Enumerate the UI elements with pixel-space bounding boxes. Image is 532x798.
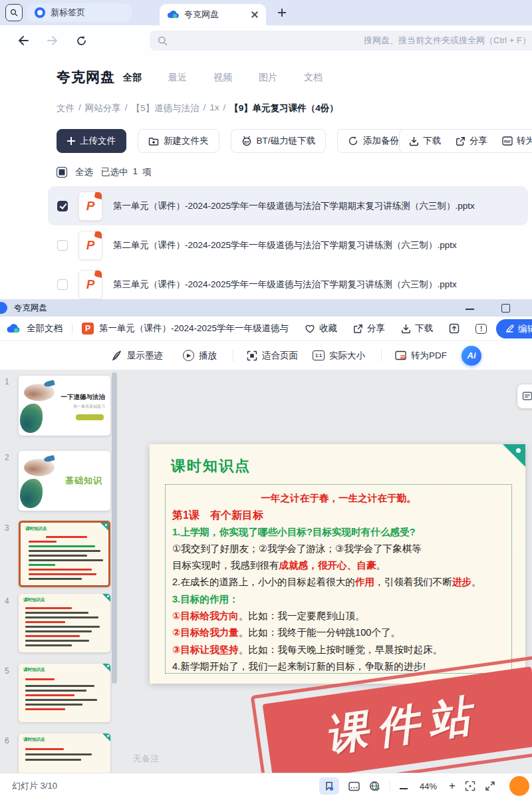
favorite-button[interactable]: 收藏 [305, 323, 337, 334]
select-all-checkbox[interactable] [57, 167, 67, 178]
file-row[interactable]: P 第一单元（课件）-2024-2025学年一年级道德与法治下学期期末复习讲练测… [48, 186, 528, 225]
notes-panel-button[interactable] [348, 781, 360, 791]
breadcrumb: 文件/ 网站分享/ 【5】道德与法治/ 1x/ 【9】单元复习课件（4份） [57, 102, 338, 114]
download-button[interactable]: 下载 [409, 135, 441, 147]
thumb1-title: 一下道德与法治 [61, 393, 106, 402]
slide-thumbnail-3-selected[interactable]: 课时知识点 [19, 521, 110, 587]
slide-thumbnail-2[interactable]: 基础知识 [19, 451, 110, 511]
tab-recent[interactable]: 最近 [168, 72, 187, 84]
bt-magnet-button[interactable]: BT BT/磁力链下载 [231, 129, 327, 153]
tab-quark-drive[interactable]: 夸克网盘 [160, 4, 266, 25]
row-checkbox[interactable] [57, 240, 68, 251]
feedback-button[interactable]: ! [475, 324, 487, 334]
breadcrumb-item[interactable]: 网站分享 [85, 102, 121, 114]
search-icon [158, 36, 168, 46]
magnet-icon: BT [241, 136, 252, 146]
download-icon [401, 324, 411, 334]
browser-navbar: 搜网盘、搜当前文件夹或搜全网（Ctrl + F） [0, 25, 532, 56]
slide-thumbnail-1[interactable]: 一下道德与法治 第一单元基础复习 [19, 376, 110, 436]
slide-content-box: 一年之计在于春，一生之计在于勤。 第1课 有个新目标 1.上学期，你实现了哪些小… [165, 484, 512, 674]
tab-videos[interactable]: 视频 [213, 72, 232, 84]
divider [233, 350, 233, 362]
upload-button[interactable]: 上传文件 [57, 129, 126, 153]
edit-button[interactable]: 编辑 [496, 319, 532, 338]
fit-screen-button[interactable] [465, 781, 475, 791]
thumb-header: 课时知识点 [25, 526, 47, 532]
new-tab-icon[interactable] [278, 9, 286, 17]
divider [381, 350, 382, 362]
slide-bullet-1: ①目标给我方向。比如：我一定要爬到山顶。 [172, 608, 505, 624]
row-checkbox[interactable] [57, 279, 68, 290]
file-row[interactable]: P 第三单元（课件）-2024-2025学年一年级道德与法治下学期复习讲练测（六… [48, 265, 528, 304]
breadcrumb-item[interactable]: 【5】道德与法治 [132, 102, 200, 114]
tab-label: 新标签页 [51, 7, 124, 19]
select-all-label[interactable]: 全选 [75, 166, 93, 178]
search-input[interactable]: 搜网盘、搜当前文件夹或搜全网（Ctrl + F） [150, 31, 532, 51]
download-button-viewer[interactable]: 下载 [401, 323, 433, 334]
row-checkbox-checked[interactable] [57, 201, 68, 211]
bookmark-button-active[interactable] [319, 777, 339, 795]
file-name[interactable]: 第二单元（课件）-2024-2025学年一年级道德与法治下学期复习讲练测（六三制… [113, 239, 457, 251]
pdf-convert-icon: PDF [395, 350, 406, 360]
new-folder-button[interactable]: 新建文件夹 [138, 129, 219, 153]
ppt-mini-icon: P [82, 323, 94, 334]
show-ink-button[interactable]: 显示墨迹 [112, 350, 163, 362]
fit-page-button[interactable]: 适合页面 [247, 350, 298, 362]
tab-new-page[interactable]: 新标签页 [27, 3, 132, 22]
breadcrumb-sep: / [203, 102, 206, 114]
ppt-file-icon: P [78, 270, 102, 299]
window-title: 夸克网盘 [14, 303, 47, 314]
maximize-icon[interactable] [501, 304, 510, 313]
screen: 新标签页 夸克网盘 搜网盘、搜当前文件夹或搜全网（Ctrl + F） 夸克网盘 … [0, 0, 532, 798]
tab-all[interactable]: 全部 [123, 72, 142, 84]
minimize-icon[interactable] [466, 304, 474, 310]
actual-size-button[interactable]: 1:1 实际大小 [313, 350, 365, 362]
zoom-out-button[interactable] [400, 781, 408, 791]
folder-plus-icon [148, 137, 159, 146]
slide-thumbnail-6[interactable]: 课时知识点 [19, 733, 110, 773]
viewer-window: 夸克网盘 全部文档 P 第一单元（课件）-2024-2025学年一年级道德与 收… [0, 299, 532, 798]
slide-thumbnail-5[interactable]: 课时知识点 [19, 664, 110, 722]
translate-button[interactable] [369, 781, 380, 792]
share-button-viewer[interactable]: 分享 [353, 323, 385, 334]
file-name[interactable]: 第一单元（课件）-2024-2025学年一年级道德与法治下学期期末复习讲练测（六… [113, 200, 475, 212]
edit-label: 编辑 [518, 323, 532, 335]
convert-pdf-button[interactable]: PDF 转为PDF [395, 350, 447, 362]
help-fab[interactable] [509, 776, 529, 796]
ppt-file-icon: P [78, 231, 102, 260]
to-pdf-button[interactable]: PDF 转为PDF [502, 135, 532, 147]
all-docs-link[interactable]: 全部文档 [27, 323, 63, 334]
slide-motto: 一年之计在于春，一生之计在于勤。 [172, 490, 505, 507]
fullscreen-button[interactable] [485, 781, 495, 791]
ai-assistant-button[interactable]: Ai [462, 346, 481, 366]
zoom-in-button[interactable]: + [449, 779, 456, 793]
share-button[interactable]: 分享 [456, 135, 487, 147]
play-button[interactable]: ▶ 播放 [183, 350, 217, 362]
breadcrumb-item[interactable]: 文件 [57, 102, 74, 114]
file-row[interactable]: P 第二单元（课件）-2024-2025学年一年级道德与法治下学期复习讲练测（六… [48, 225, 528, 265]
back-icon[interactable] [17, 35, 29, 46]
tab-search-icon[interactable] [5, 4, 23, 21]
reload-icon[interactable] [76, 35, 87, 47]
thumbnail-scrollbar[interactable] [112, 372, 117, 684]
tab-docs[interactable]: 文档 [304, 72, 323, 84]
save-to-drive-button[interactable] [449, 323, 460, 334]
forward-icon[interactable] [47, 35, 59, 46]
slide-thumbnail-4[interactable]: 课时知识点 [19, 594, 110, 652]
breadcrumb-current: 【9】单元复习课件（4份） [229, 102, 338, 114]
thumb1-subtitle: 第一单元基础复习 [73, 404, 105, 410]
breadcrumb-item[interactable]: 1x [209, 102, 219, 114]
tab-images[interactable]: 图片 [259, 72, 277, 84]
close-tab-icon[interactable] [251, 11, 258, 18]
window-titlebar[interactable]: 夸克网盘 [0, 299, 532, 317]
pencil-icon [505, 325, 514, 333]
share-icon [353, 324, 363, 334]
thumb-number: 3 [5, 523, 9, 533]
floating-tools-button[interactable] [517, 384, 532, 408]
slide-canvas: 课时知识点 一年之计在于春，一生之计在于勤。 第1课 有个新目标 1.上学期，你… [150, 444, 525, 684]
download-icon [409, 136, 419, 146]
file-name[interactable]: 第三单元（课件）-2024-2025学年一年级道德与法治下学期复习讲练测（六三制… [113, 279, 457, 291]
transfer-icon [449, 323, 460, 334]
thumb-header: 课时知识点 [23, 737, 45, 743]
search-placeholder: 搜网盘、搜当前文件夹或搜全网（Ctrl + F） [364, 35, 531, 47]
